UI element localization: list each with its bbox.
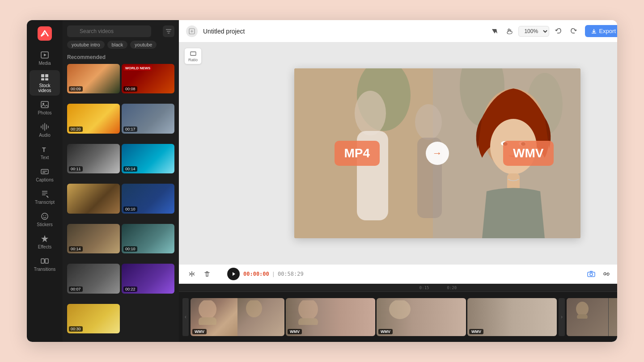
- timeline-clip-2[interactable]: WMV: [286, 298, 375, 336]
- search-input[interactable]: [67, 25, 151, 37]
- video-thumb-5[interactable]: 00:11: [67, 144, 120, 173]
- timeline-clip-3[interactable]: WMV: [377, 298, 466, 336]
- sidebar-item-photos[interactable]: Photos: [30, 97, 60, 118]
- undo-button[interactable]: [552, 25, 564, 38]
- video-thumb-10[interactable]: 00:10: [122, 224, 174, 253]
- split-button[interactable]: [186, 268, 198, 280]
- video-thumb-9[interactable]: 00:14: [67, 224, 120, 253]
- sidebar-item-media[interactable]: Media: [30, 48, 60, 68]
- filter-button[interactable]: [163, 25, 174, 37]
- sidebar-item-effects[interactable]: Effects: [30, 232, 60, 252]
- timeline-scroll-left[interactable]: ‹: [182, 298, 189, 336]
- video-duration-6: 00:14: [123, 166, 137, 172]
- ratio-label: Ratio: [188, 58, 198, 62]
- video-duration-13: 00:30: [69, 326, 83, 332]
- project-icon: [186, 25, 198, 37]
- clip-badge-1: WMV: [192, 329, 207, 334]
- video-thumb-8[interactable]: 00:10: [122, 184, 174, 213]
- svg-rect-24: [191, 52, 196, 55]
- timeline-tracks: ‹ WMV: [179, 292, 617, 342]
- video-duration-5: 00:11: [69, 166, 83, 172]
- tag-youtube[interactable]: youtube: [130, 41, 157, 49]
- video-thumb-1[interactable]: 00:09: [67, 64, 120, 93]
- sidebar-item-transcript[interactable]: Transcript: [30, 187, 60, 207]
- main-area: Untitled project 100%: [179, 20, 617, 342]
- video-thumb-13[interactable]: 00:30: [67, 304, 120, 333]
- video-thumb-2[interactable]: WORLD NEWS 00:08: [122, 64, 174, 93]
- tag-black[interactable]: black: [107, 41, 128, 49]
- svg-point-58: [576, 302, 589, 316]
- timeline-scroll-right[interactable]: ›: [559, 298, 565, 336]
- timeline-mini-clip[interactable]: [567, 298, 617, 336]
- zoom-selector[interactable]: 100%: [518, 26, 549, 37]
- sidebar-item-captions[interactable]: Captions: [30, 164, 60, 185]
- playback-controls: 00:00:00 | 00:58:29: [179, 264, 617, 284]
- cursor-tool-button[interactable]: [488, 25, 500, 38]
- svg-rect-6: [45, 78, 48, 80]
- sidebar: Media Stock videos Photos Audio T Text C…: [27, 20, 63, 342]
- svg-point-57: [389, 300, 411, 319]
- format-from-badge: MP4: [335, 141, 380, 166]
- canvas-frame: MP4 → WMV: [294, 68, 580, 238]
- svg-point-52: [199, 300, 216, 319]
- clip-badge-3: WMV: [378, 329, 393, 334]
- timecode-total: 00:58:29: [278, 271, 304, 277]
- svg-point-54: [246, 300, 262, 317]
- svg-marker-43: [233, 272, 235, 276]
- app-logo[interactable]: [37, 25, 53, 42]
- svg-rect-7: [41, 101, 48, 108]
- sidebar-effects-label: Effects: [38, 244, 51, 249]
- video-duration-3: 00:20: [69, 126, 83, 132]
- svg-line-13: [47, 196, 48, 198]
- timeline-clip-1[interactable]: WMV: [191, 298, 284, 336]
- svg-marker-2: [44, 54, 47, 56]
- video-thumb-11[interactable]: 00:07: [67, 264, 120, 293]
- video-duration-4: 00:17: [123, 126, 137, 132]
- svg-rect-59: [577, 314, 588, 319]
- timer-button[interactable]: [616, 268, 617, 280]
- video-duration-9: 00:14: [69, 246, 83, 252]
- timeline-ruler: 0:15 0:20: [179, 284, 617, 292]
- play-button[interactable]: [227, 268, 240, 280]
- svg-rect-56: [298, 318, 318, 325]
- sidebar-item-stickers[interactable]: Stickers: [30, 209, 60, 230]
- sidebar-item-text[interactable]: T Text: [30, 142, 60, 163]
- video-thumb-12[interactable]: 00:22: [122, 264, 174, 293]
- format-arrow: →: [426, 142, 449, 165]
- clip-badge-4: WMV: [469, 329, 483, 334]
- delete-button[interactable]: [201, 268, 213, 280]
- timeline-clip-4[interactable]: WMV: [467, 298, 557, 336]
- video-grid: 00:09 WORLD NEWS 00:08 00:20 00:17 00:11…: [63, 64, 179, 342]
- media-panel: 🔍 youtube intro black youtube Recommende…: [63, 20, 179, 342]
- sidebar-item-audio[interactable]: Audio: [30, 120, 60, 140]
- sidebar-item-transitions[interactable]: Transitions: [30, 254, 60, 274]
- camera-button[interactable]: [585, 268, 597, 280]
- link-button[interactable]: [601, 268, 612, 280]
- timeline-area: 0:15 0:20 ‹ WMV: [179, 284, 617, 342]
- svg-text:T: T: [42, 146, 46, 153]
- topbar: Untitled project 100%: [179, 20, 617, 42]
- tag-youtube-intro[interactable]: youtube intro: [67, 41, 105, 49]
- video-thumb-4[interactable]: 00:17: [122, 104, 174, 133]
- svg-point-15: [43, 215, 44, 216]
- ratio-button[interactable]: Ratio: [184, 48, 202, 64]
- project-title: Untitled project: [203, 28, 245, 35]
- hand-tool-button[interactable]: [503, 25, 516, 38]
- video-thumb-6[interactable]: 00:14: [122, 144, 174, 173]
- svg-rect-3: [41, 74, 44, 77]
- sidebar-transitions-label: Transitions: [34, 267, 56, 272]
- svg-point-55: [298, 300, 318, 320]
- svg-rect-10: [41, 169, 48, 174]
- video-thumb-7[interactable]: [67, 184, 120, 213]
- video-duration-8: 00:10: [123, 206, 137, 212]
- sidebar-stickers-label: Stickers: [37, 222, 53, 227]
- section-recommended: Recommended: [63, 52, 179, 64]
- svg-rect-5: [41, 78, 44, 80]
- redo-button[interactable]: [567, 25, 580, 38]
- export-label: Export: [599, 28, 616, 34]
- sidebar-item-stock[interactable]: Stock videos: [30, 70, 60, 96]
- canvas-area: Ratio: [179, 42, 617, 264]
- svg-point-14: [42, 213, 48, 219]
- video-thumb-3[interactable]: 00:20: [67, 104, 120, 133]
- export-button[interactable]: Export: [585, 25, 617, 37]
